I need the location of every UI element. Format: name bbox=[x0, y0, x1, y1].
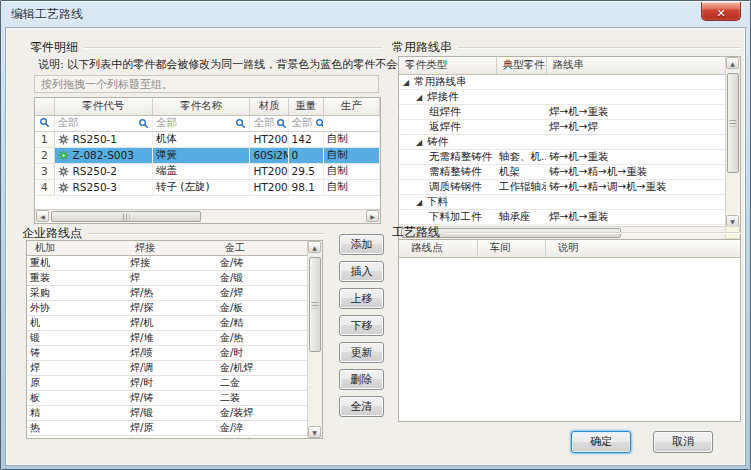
part-material-cell[interactable]: HT200 bbox=[250, 179, 288, 195]
route-string-cell[interactable] bbox=[546, 134, 725, 149]
parts-column-header[interactable]: 零件代号 bbox=[54, 98, 152, 115]
parts-column-header[interactable]: 生产 bbox=[323, 98, 379, 115]
cancel-button[interactable]: 取消 bbox=[653, 431, 713, 453]
search-icon[interactable] bbox=[138, 118, 149, 129]
row-number-cell[interactable]: 2 bbox=[35, 147, 54, 163]
common-routes-vscrollbar[interactable]: ▲ ▼ bbox=[725, 57, 740, 227]
enterprise-vscroll-thumb[interactable] bbox=[309, 257, 321, 352]
parts-grid-hscrollbar[interactable]: ◀ ▶ bbox=[35, 209, 380, 223]
parts-filter-cell[interactable]: 全部 bbox=[250, 115, 288, 131]
update-button[interactable]: 更新 bbox=[339, 342, 384, 363]
common-vscroll-thumb[interactable] bbox=[727, 73, 739, 173]
part-weight-cell[interactable]: 29.5 bbox=[288, 163, 323, 179]
parts-column-header[interactable]: 重量 bbox=[288, 98, 323, 115]
common-routes-row[interactable]: 组焊件焊→机→重装 bbox=[399, 104, 725, 119]
route-type-cell[interactable]: 组焊件 bbox=[399, 104, 496, 119]
part-code-cell[interactable]: RS250-2 bbox=[54, 163, 152, 179]
enterprise-point-cell[interactable]: 热 bbox=[27, 421, 127, 436]
add-button[interactable]: 添加 bbox=[339, 234, 384, 255]
common-routes-row[interactable]: 无需精整铸件轴套、机...铸→机→重装 bbox=[399, 149, 725, 164]
common-routes-row[interactable]: 返焊件焊→机→焊 bbox=[399, 119, 725, 134]
typical-part-cell[interactable] bbox=[496, 89, 546, 104]
enterprise-points-row[interactable]: 重装焊金/锻 bbox=[27, 271, 307, 286]
part-name-cell[interactable]: 机体 bbox=[153, 131, 250, 147]
row-number-cell[interactable]: 4 bbox=[35, 179, 54, 195]
search-icon[interactable] bbox=[235, 118, 246, 129]
enterprise-point-cell[interactable]: 金/淬 bbox=[217, 421, 307, 436]
common-routes-row[interactable]: 调质铸钢件工作辊轴承座铸→机→精→调→机→重装 bbox=[399, 179, 725, 194]
part-name-cell[interactable]: 端盖 bbox=[153, 163, 250, 179]
process-route-column-header[interactable]: 车间 bbox=[477, 240, 545, 257]
route-type-cell[interactable]: 需精整铸件 bbox=[399, 164, 496, 179]
parts-table-row[interactable]: 1RS250-1机体HT200142自制 bbox=[35, 131, 380, 147]
scroll-left-icon[interactable]: ◀ bbox=[36, 210, 49, 222]
part-name-cell[interactable]: 弹簧 bbox=[153, 147, 250, 163]
common-routes-row[interactable]: ◢铸件 bbox=[399, 134, 725, 149]
scroll-up-icon[interactable]: ▲ bbox=[308, 241, 321, 253]
part-material-cell[interactable]: 60Si2Mn bbox=[250, 147, 288, 163]
route-string-cell[interactable]: 铸→机→精→调→机→重装 bbox=[546, 179, 725, 194]
parts-filter-cell[interactable]: 全部 bbox=[54, 115, 152, 131]
parts-hscroll-thumb[interactable] bbox=[51, 211, 201, 222]
enterprise-point-cell[interactable]: 金/精 bbox=[217, 316, 307, 331]
enterprise-point-cell[interactable]: 焊/探 bbox=[127, 301, 217, 316]
enterprise-points-row[interactable]: 铸焊/喷金/时 bbox=[27, 346, 307, 361]
typical-part-cell[interactable]: 工作辊轴承座 bbox=[496, 179, 546, 194]
enterprise-vscrollbar[interactable]: ▲ ▼ bbox=[307, 241, 322, 438]
enterprise-points-row[interactable]: 调焊/精金/表淬 bbox=[27, 436, 307, 440]
ok-button[interactable]: 确定 bbox=[571, 431, 631, 453]
enterprise-column-header[interactable]: 机加 bbox=[27, 241, 127, 256]
enterprise-point-cell[interactable]: 金/铸 bbox=[217, 256, 307, 271]
move-down-button[interactable]: 下移 bbox=[339, 315, 384, 336]
common-routes-row[interactable]: ◢焊接件 bbox=[399, 89, 725, 104]
insert-button[interactable]: 插入 bbox=[339, 261, 384, 282]
enterprise-point-cell[interactable]: 焊/锻 bbox=[127, 406, 217, 421]
common-routes-row[interactable]: ◢下料 bbox=[399, 194, 725, 209]
enterprise-points-row[interactable]: 焊焊/调金/机焊 bbox=[27, 361, 307, 376]
expand-icon[interactable]: ◢ bbox=[403, 78, 414, 87]
enterprise-point-cell[interactable]: 铸 bbox=[27, 346, 127, 361]
enterprise-point-cell[interactable]: 二装 bbox=[217, 391, 307, 406]
enterprise-point-cell[interactable]: 焊/原 bbox=[127, 421, 217, 436]
typical-part-cell[interactable]: 机架 bbox=[496, 164, 546, 179]
enterprise-points-row[interactable]: 原焊/时二金 bbox=[27, 376, 307, 391]
enterprise-point-cell[interactable]: 金/表淬 bbox=[217, 436, 307, 440]
enterprise-points-row[interactable]: 外协焊/探金/板 bbox=[27, 301, 307, 316]
filter-input[interactable]: 全部 bbox=[253, 116, 284, 130]
expand-icon[interactable]: ◢ bbox=[416, 138, 427, 147]
enterprise-point-cell[interactable]: 焊/机 bbox=[127, 316, 217, 331]
enterprise-points-row[interactable]: 锻焊/堆金/热 bbox=[27, 331, 307, 346]
enterprise-point-cell[interactable]: 焊/精 bbox=[127, 436, 217, 440]
enterprise-column-header[interactable]: 焊接 bbox=[127, 241, 217, 256]
route-string-cell[interactable] bbox=[546, 74, 725, 89]
part-prod-cell[interactable]: 自制 bbox=[323, 147, 379, 163]
enterprise-column-header[interactable]: 金工 bbox=[217, 241, 307, 256]
common-routes-column-header[interactable]: 路线串 bbox=[546, 57, 725, 74]
typical-part-cell[interactable] bbox=[496, 74, 546, 89]
enterprise-point-cell[interactable]: 焊接 bbox=[127, 256, 217, 271]
route-type-cell[interactable]: ◢焊接件 bbox=[399, 89, 496, 104]
process-route-column-header[interactable]: 说明 bbox=[545, 240, 740, 257]
route-string-cell[interactable]: 焊→机→重装 bbox=[546, 209, 725, 224]
common-routes-row[interactable]: 下料加工件轴承座焊→机→重装 bbox=[399, 209, 725, 224]
enterprise-point-cell[interactable]: 金/机焊 bbox=[217, 361, 307, 376]
typical-part-cell[interactable] bbox=[496, 119, 546, 134]
parts-filter-cell[interactable] bbox=[323, 115, 379, 131]
filter-input[interactable]: 全部 bbox=[156, 116, 246, 130]
common-routes-row[interactable]: 需精整铸件机架铸→机→精→机→重装 bbox=[399, 164, 725, 179]
search-icon[interactable] bbox=[276, 118, 287, 129]
enterprise-point-cell[interactable]: 重机 bbox=[27, 256, 127, 271]
enterprise-points-row[interactable]: 热焊/原金/淬 bbox=[27, 421, 307, 436]
parts-column-header[interactable]: 零件名称 bbox=[153, 98, 250, 115]
route-string-cell[interactable]: 焊→机→焊 bbox=[546, 119, 725, 134]
enterprise-point-cell[interactable]: 金/焊 bbox=[217, 286, 307, 301]
clear-all-button[interactable]: 全清 bbox=[339, 396, 384, 417]
scroll-up-icon[interactable]: ▲ bbox=[726, 57, 739, 69]
enterprise-point-cell[interactable]: 焊/调 bbox=[127, 361, 217, 376]
route-type-cell[interactable]: 下料加工件 bbox=[399, 209, 496, 224]
enterprise-point-cell[interactable]: 二金 bbox=[217, 376, 307, 391]
process-route-column-header[interactable]: 路线点 bbox=[399, 240, 477, 257]
route-type-cell[interactable]: 调质铸钢件 bbox=[399, 179, 496, 194]
parts-filter-cell[interactable]: 全部 bbox=[153, 115, 250, 131]
enterprise-point-cell[interactable]: 金/锻 bbox=[217, 271, 307, 286]
